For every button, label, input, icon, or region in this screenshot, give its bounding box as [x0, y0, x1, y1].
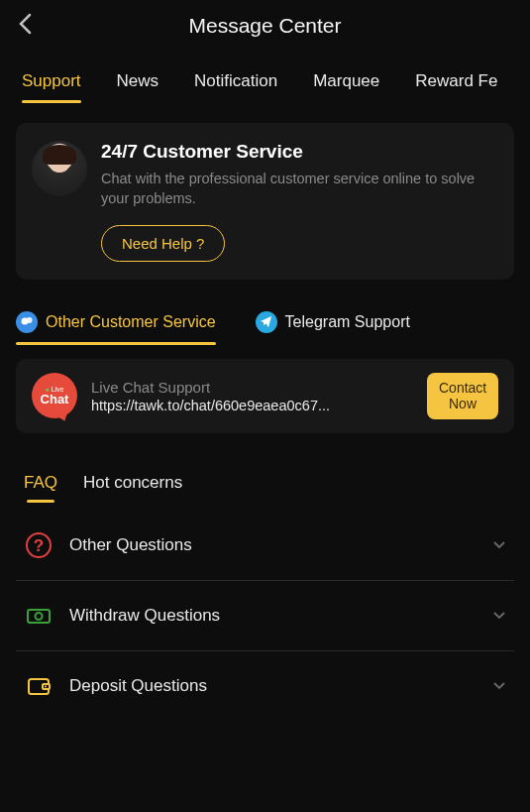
chevron-down-icon — [492, 677, 506, 695]
faq-item-withdraw[interactable]: Withdraw Questions — [16, 581, 514, 651]
faq-label: Withdraw Questions — [69, 606, 477, 626]
faq-tab-hot[interactable]: Hot concerns — [83, 473, 182, 503]
customer-service-card: 24/7 Customer Service Chat with the prof… — [16, 123, 514, 280]
page-title: Message Center — [18, 14, 512, 38]
svg-point-5 — [36, 613, 43, 620]
subtab-label: Telegram Support — [285, 313, 410, 331]
faq-tabs: FAQ Hot concerns — [16, 473, 514, 503]
svg-point-1 — [26, 317, 32, 323]
wallet-icon — [24, 671, 53, 701]
contact-now-button[interactable]: Contact Now — [427, 373, 498, 420]
faq-item-other[interactable]: ? Other Questions — [16, 511, 514, 581]
chevron-left-icon — [18, 13, 32, 35]
svg-text:?: ? — [34, 536, 44, 555]
service-description: Chat with the professional customer serv… — [101, 169, 498, 209]
live-chat-url: https://tawk.to/chat/660e9eaea0c67... — [91, 398, 413, 413]
tab-support[interactable]: Support — [22, 71, 81, 103]
subtab-label: Other Customer Service — [46, 313, 216, 331]
faq-list: ? Other Questions Withdraw Questions Dep… — [16, 511, 514, 721]
faq-tab-faq[interactable]: FAQ — [24, 473, 57, 503]
svg-point-8 — [45, 686, 47, 688]
support-subtabs: Other Customer Service Telegram Support — [16, 293, 514, 345]
header: Message Center — [0, 0, 530, 52]
tab-reward[interactable]: Reward Fe — [415, 71, 497, 103]
live-chat-title: Live Chat Support — [91, 379, 413, 396]
tab-news[interactable]: News — [117, 71, 159, 103]
telegram-icon — [256, 311, 277, 333]
avatar — [32, 141, 87, 196]
question-icon: ? — [24, 530, 53, 560]
subtab-telegram[interactable]: Telegram Support — [256, 311, 410, 345]
faq-item-deposit[interactable]: Deposit Questions — [16, 651, 514, 721]
cash-icon — [24, 601, 53, 631]
faq-label: Deposit Questions — [69, 676, 477, 696]
main-tabs: Support News Notification Marquee Reward… — [0, 52, 530, 103]
chevron-down-icon — [492, 536, 506, 554]
service-title: 24/7 Customer Service — [101, 141, 498, 163]
faq-label: Other Questions — [69, 535, 477, 555]
svg-rect-4 — [28, 610, 50, 623]
tab-notification[interactable]: Notification — [194, 71, 277, 103]
live-chat-card: Live Chat Live Chat Support https://tawk… — [16, 359, 514, 434]
subtab-other-cs[interactable]: Other Customer Service — [16, 311, 216, 345]
chat-bubble-icon — [16, 311, 38, 333]
live-chat-logo: Live Chat — [32, 373, 77, 418]
tab-marquee[interactable]: Marquee — [313, 71, 379, 103]
back-button[interactable] — [18, 13, 32, 39]
need-help-button[interactable]: Need Help ? — [101, 225, 225, 262]
chevron-down-icon — [492, 607, 506, 625]
